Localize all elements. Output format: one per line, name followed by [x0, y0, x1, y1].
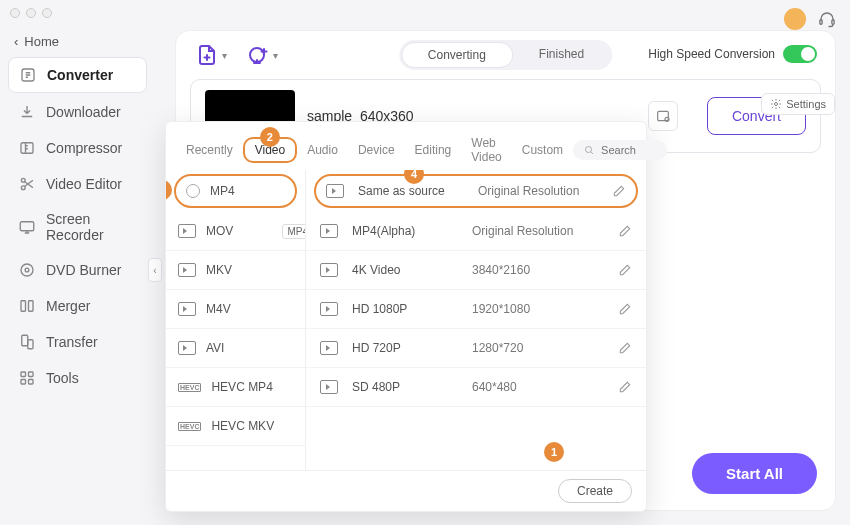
- video-icon: [320, 302, 338, 316]
- video-icon: [320, 224, 338, 238]
- converter-icon: [19, 66, 37, 84]
- video-icon: [326, 184, 344, 198]
- main-panel: ▾ ▾ Converting Finished High Speed Conve…: [175, 30, 836, 511]
- sidebar-item-label: Merger: [46, 298, 90, 314]
- sidebar-item-converter[interactable]: Converter: [8, 57, 147, 93]
- chevron-left-icon: ‹: [14, 34, 18, 49]
- sidebar-item-video-editor[interactable]: Video Editor: [8, 167, 147, 201]
- svg-rect-16: [29, 380, 34, 385]
- svg-point-5: [21, 186, 25, 190]
- svg-rect-3: [21, 143, 33, 154]
- resolution-480p[interactable]: SD 480P640*480: [306, 368, 646, 407]
- resolution-name: MP4(Alpha): [352, 224, 472, 238]
- sidebar-item-label: Converter: [47, 67, 113, 83]
- edit-icon[interactable]: [618, 380, 632, 394]
- tab-converting[interactable]: Converting: [401, 42, 513, 68]
- sidebar-item-label: Downloader: [46, 104, 121, 120]
- edit-icon[interactable]: [618, 263, 632, 277]
- create-preset-button[interactable]: Create: [558, 479, 632, 503]
- svg-rect-13: [21, 372, 26, 377]
- video-file-icon: [178, 224, 196, 238]
- sidebar-item-screen-recorder[interactable]: Screen Recorder: [8, 203, 147, 251]
- resolution-value: Original Resolution: [478, 184, 612, 198]
- format-mov[interactable]: MOV: [166, 212, 305, 251]
- resolution-mp4-alpha[interactable]: MP4(Alpha)Original Resolution: [306, 212, 646, 251]
- tab-audio[interactable]: Audio: [297, 137, 348, 163]
- chevron-down-icon[interactable]: ▾: [222, 50, 227, 61]
- tab-recently[interactable]: Recently: [176, 137, 243, 163]
- edit-icon[interactable]: [618, 302, 632, 316]
- window-traffic-lights: [10, 8, 52, 18]
- sidebar-item-transfer[interactable]: Transfer: [8, 325, 147, 359]
- format-hevc-mkv[interactable]: HEVCHEVC MKV: [166, 407, 305, 446]
- chevron-down-icon[interactable]: ▾: [273, 50, 278, 61]
- tab-finished[interactable]: Finished: [513, 42, 610, 68]
- format-label: MKV: [206, 263, 232, 277]
- search-icon: [583, 144, 595, 156]
- tab-video[interactable]: Video 2: [243, 137, 297, 163]
- transfer-icon: [18, 333, 36, 351]
- popover-tabs: Recently Video 2 Audio Device Editing We…: [166, 122, 646, 170]
- format-popover: Recently Video 2 Audio Device Editing We…: [165, 121, 647, 512]
- format-mkv[interactable]: MKV: [166, 251, 305, 290]
- hevc-icon: HEVC: [178, 383, 201, 392]
- resolution-4k[interactable]: 4K Video3840*2160: [306, 251, 646, 290]
- format-label: AVI: [206, 341, 224, 355]
- video-file-icon: [178, 263, 196, 277]
- svg-rect-18: [658, 111, 669, 120]
- avatar[interactable]: [784, 8, 806, 30]
- resolution-value: 640*480: [472, 380, 618, 394]
- format-search[interactable]: [573, 140, 667, 160]
- sidebar-item-dvd-burner[interactable]: DVD Burner: [8, 253, 147, 287]
- sidebar-item-tools[interactable]: Tools: [8, 361, 147, 395]
- resolution-same-as-source[interactable]: Same as source Original Resolution 4: [314, 174, 638, 208]
- resolution-value: 1920*1080: [472, 302, 618, 316]
- resolution-name: HD 720P: [352, 341, 472, 355]
- home-label: Home: [24, 34, 59, 49]
- support-icon[interactable]: [818, 10, 836, 28]
- sidebar-collapse-toggle[interactable]: ‹: [148, 258, 162, 282]
- add-url-button[interactable]: [245, 42, 271, 68]
- output-preset-button[interactable]: [648, 101, 678, 131]
- format-avi[interactable]: AVI: [166, 329, 305, 368]
- format-list: MP4 3 MP4 MOV MKV M4V AVI HEVCHEVC MP4 H…: [166, 170, 306, 470]
- format-label: HEVC MKV: [211, 419, 274, 433]
- add-file-button[interactable]: [194, 42, 220, 68]
- resolution-value: 3840*2160: [472, 263, 618, 277]
- video-icon: [320, 380, 338, 394]
- back-home[interactable]: ‹ Home: [8, 30, 147, 53]
- tab-web-video[interactable]: Web Video: [461, 130, 511, 170]
- search-input[interactable]: [601, 144, 657, 156]
- edit-icon[interactable]: [618, 224, 632, 238]
- tools-icon: [18, 369, 36, 387]
- format-mp4[interactable]: MP4 3: [174, 174, 297, 208]
- format-m4v[interactable]: M4V: [166, 290, 305, 329]
- sidebar-item-compressor[interactable]: Compressor: [8, 131, 147, 165]
- settings-link[interactable]: Settings: [761, 93, 835, 115]
- resolution-720p[interactable]: HD 720P1280*720: [306, 329, 646, 368]
- start-all-button[interactable]: Start All: [692, 453, 817, 494]
- hsc-toggle[interactable]: [783, 45, 817, 63]
- resolution-name: SD 480P: [352, 380, 472, 394]
- step-badge-3: 3: [166, 180, 172, 200]
- svg-point-4: [21, 178, 25, 182]
- scissors-icon: [18, 175, 36, 193]
- svg-point-21: [586, 147, 592, 153]
- edit-icon[interactable]: [612, 184, 626, 198]
- sidebar-item-label: Screen Recorder: [46, 211, 137, 243]
- svg-point-19: [665, 117, 669, 121]
- sidebar-item-merger[interactable]: Merger: [8, 289, 147, 323]
- sidebar-item-label: Transfer: [46, 334, 98, 350]
- disc-icon: [18, 261, 36, 279]
- format-label: MOV: [206, 224, 233, 238]
- resolution-1080p[interactable]: HD 1080P1920*1080: [306, 290, 646, 329]
- sidebar-item-label: Tools: [46, 370, 79, 386]
- svg-point-8: [25, 268, 29, 272]
- tab-custom[interactable]: Custom: [512, 137, 573, 163]
- tab-device[interactable]: Device: [348, 137, 405, 163]
- sidebar-item-downloader[interactable]: Downloader: [8, 95, 147, 129]
- svg-rect-0: [820, 20, 822, 25]
- format-hevc-mp4[interactable]: HEVCHEVC MP4: [166, 368, 305, 407]
- tab-editing[interactable]: Editing: [405, 137, 462, 163]
- edit-icon[interactable]: [618, 341, 632, 355]
